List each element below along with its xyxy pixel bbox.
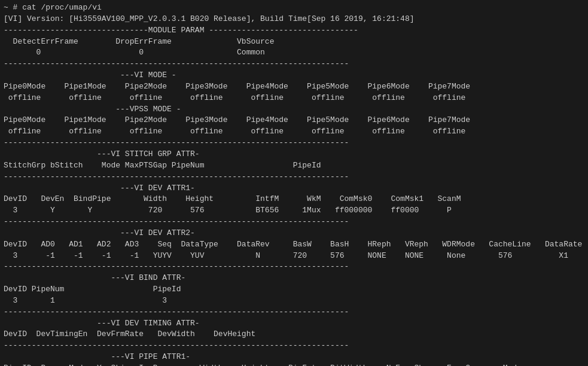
terminal-line: ----------------------------------------… [4,172,584,183]
terminal-line: ----------------------------------------… [4,261,584,273]
terminal-line: ---VI PIPE ATTR1- [4,352,584,363]
terminal-line: ---VI BIND ATTR- [4,273,584,284]
terminal-line: 3 -1 -1 -1 -1 YUYV YUV N 720 576 NONE NO… [4,251,584,262]
terminal-line: ----------------------------------------… [4,216,584,228]
terminal-line: DevID PipeNum PipeId [4,284,584,295]
terminal-line: offline offline offline offline offline … [4,126,584,138]
terminal-line: ----------------------------------------… [4,340,584,352]
terminal-line: [VI] Version: [Hi3559AV100_MPP_V2.0.3.1 … [4,14,584,25]
terminal-line: ---VI STITCH GRP ATTR- [4,149,584,160]
terminal-line: StitchGrp bStitch Mode MaxPTSGap PipeNum… [4,160,584,172]
terminal-line: -------------------------------MODULE PA… [4,25,584,36]
terminal-line: ---VI DEV ATTR2- [4,228,584,239]
terminal-line: DevID DevTimingEn DevFrmRate DevWidth De… [4,329,584,340]
terminal-line: DetectErrFrame DropErrFrame VbSource [4,36,584,48]
terminal-window: ~ # cat /proc/umap/vi[VI] Version: [Hi35… [0,0,588,366]
terminal-line: DevID DevEn BindPipe Width Height IntfM … [4,194,584,205]
terminal-line: PipeID BypassMode YuvSkip IspBypass Widt… [4,363,584,366]
terminal-line: ----------------------------------------… [4,307,584,318]
terminal-line: 3 1 3 [4,295,584,307]
terminal-line: DevID AD0 AD1 AD2 AD3 Seq DataType DataR… [4,239,584,251]
terminal-line: ----------------------------------------… [4,138,584,149]
terminal-line: ---VI DEV ATTR1- [4,183,584,194]
terminal-line: Pipe0Mode Pipe1Mode Pipe2Mode Pipe3Mode … [4,115,584,126]
terminal-line: ---VI DEV TIMING ATTR- [4,318,584,330]
terminal-line: ----------------------------------------… [4,59,584,70]
terminal-line: 0 0 Common [4,47,584,59]
terminal-line: 3 Y Y 720 576 BT656 1Mux ff000000 ff0000… [4,205,584,216]
terminal-line: ---VI MODE - [4,70,584,81]
terminal-line: Pipe0Mode Pipe1Mode Pipe2Mode Pipe3Mode … [4,81,584,93]
terminal-line: offline offline offline offline offline … [4,93,584,104]
terminal-line: ~ # cat /proc/umap/vi [4,2,584,14]
terminal-line: ---VPSS MODE - [4,104,584,115]
